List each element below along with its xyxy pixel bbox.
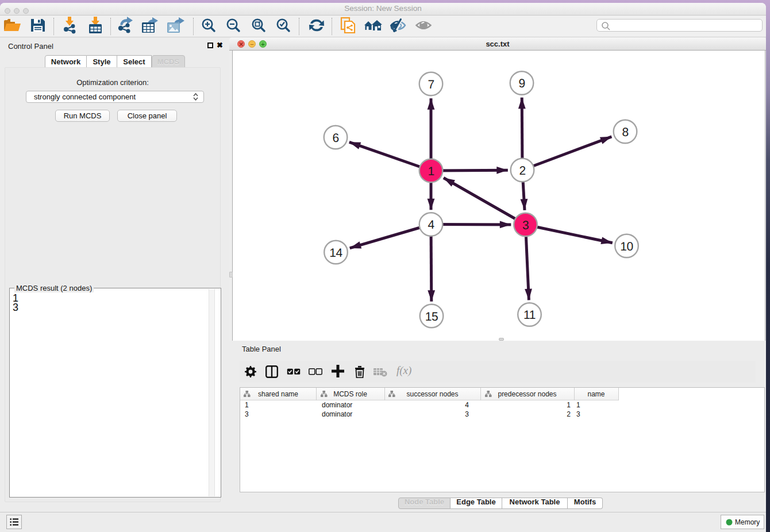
svg-text:2: 2 bbox=[519, 164, 525, 178]
svg-text:10: 10 bbox=[620, 240, 633, 253]
svg-text:9: 9 bbox=[518, 77, 525, 90]
svg-text:7: 7 bbox=[428, 78, 434, 91]
svg-text:8: 8 bbox=[622, 126, 628, 139]
svg-text:4: 4 bbox=[428, 218, 434, 232]
svg-text:15: 15 bbox=[425, 310, 438, 323]
svg-text:1: 1 bbox=[428, 165, 434, 178]
svg-text:6: 6 bbox=[332, 132, 338, 145]
svg-text:11: 11 bbox=[523, 309, 536, 322]
svg-text:14: 14 bbox=[329, 246, 342, 260]
svg-text:3: 3 bbox=[522, 219, 529, 232]
